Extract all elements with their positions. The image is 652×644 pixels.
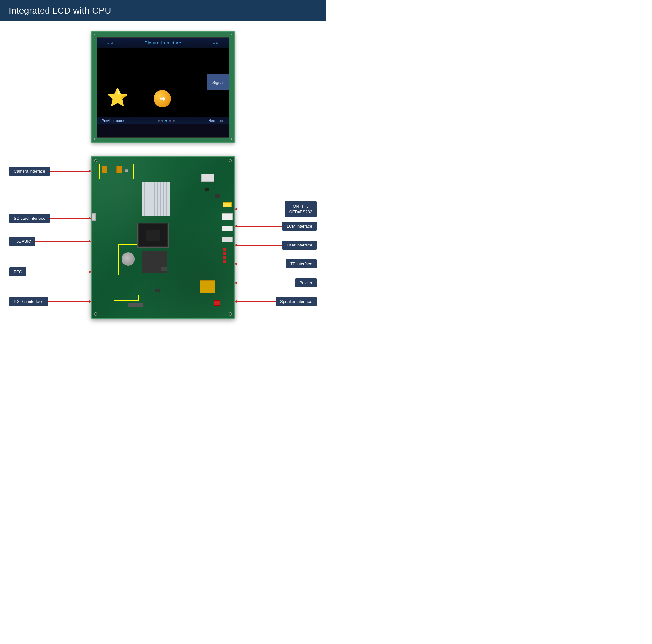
- label-pgt05: PGT05 interface: [9, 297, 91, 306]
- dot-3: [165, 120, 167, 121]
- buzzer-label: Buzzer: [295, 278, 317, 287]
- user-connector: [222, 226, 233, 231]
- user-label: User interface: [282, 241, 317, 250]
- next-page-button[interactable]: Next page: [209, 119, 224, 122]
- camera-line: [50, 171, 88, 172]
- signal-button[interactable]: Signal: [207, 75, 229, 90]
- page-title: Integrated LCD with CPU: [9, 6, 317, 16]
- camera-label: Camera interface: [9, 167, 50, 176]
- t5l-chip: [137, 223, 169, 248]
- page-dots: [158, 120, 174, 121]
- speaker-connector: [214, 301, 220, 306]
- tp-dot: [235, 263, 238, 265]
- corner-hole-tr: [229, 159, 232, 162]
- ic-small-3: [161, 267, 167, 271]
- lcd-device: Picture-in-picture ⭐ ➜ Signal Previous p…: [91, 31, 235, 143]
- star-icon: ⭐: [107, 87, 129, 107]
- component-array: [223, 248, 226, 263]
- rtc-label: RTC: [9, 267, 26, 276]
- lcd-section: Picture-in-picture ⭐ ➜ Signal Previous p…: [0, 31, 326, 143]
- lcd-screen: Picture-in-picture ⭐ ➜ Signal Previous p…: [97, 37, 229, 138]
- t5l-line: [35, 241, 88, 242]
- speaker-label: Speaker interface: [276, 297, 317, 306]
- user-dot: [235, 244, 238, 246]
- conn-tl-2: [116, 166, 122, 173]
- dot-4: [169, 120, 171, 121]
- buzzer-line: [238, 283, 295, 283]
- bottom-connector: [128, 303, 143, 307]
- lcd-content-area: ⭐ ➜ Signal: [97, 48, 229, 117]
- label-user: User interface: [235, 241, 317, 250]
- label-camera: Camera interface: [9, 167, 91, 176]
- label-rtc: RTC: [9, 267, 91, 276]
- sdcard-dot: [88, 217, 91, 220]
- pcb-board-wrapper: [91, 156, 235, 319]
- camera-dot: [88, 170, 91, 172]
- buzzer-component: [200, 280, 215, 293]
- label-ttl: ON=TTLOFF=RS232: [235, 201, 317, 217]
- rtc-dot: [88, 271, 91, 273]
- lcm-label: LCM interface: [282, 222, 317, 231]
- pcb-layout: Camera interface SD card interface T5L A…: [9, 156, 317, 332]
- label-lcm: LCM interface: [235, 222, 317, 231]
- pcb-section: Camera interface SD card interface T5L A…: [0, 156, 326, 344]
- conn-tl-1: [102, 166, 107, 173]
- speaker-line: [238, 302, 276, 302]
- white-connector-tr: [201, 174, 214, 182]
- lcm-line: [238, 226, 282, 227]
- ribbon-cable: [142, 182, 170, 216]
- label-buzzer: Buzzer: [235, 278, 317, 287]
- lcm-connector: [222, 213, 233, 220]
- lcd-screen-header: Picture-in-picture: [97, 38, 229, 48]
- sd-card-connector: [91, 213, 96, 221]
- small-comp-1: [125, 169, 128, 172]
- label-sdcard: SD card interface: [9, 214, 91, 223]
- dot-2: [161, 120, 163, 121]
- pgt05-dot: [88, 301, 91, 303]
- pgt05-line: [48, 302, 88, 302]
- t5l-dot: [88, 240, 91, 243]
- ttl-switch: [223, 202, 232, 207]
- ttl-dot: [235, 208, 238, 211]
- corner-hole-br: [229, 312, 232, 315]
- highlight-pgt05: [114, 295, 139, 301]
- tp-line: [238, 264, 286, 264]
- speaker-dot: [235, 301, 238, 303]
- ttl-label: ON=TTLOFF=RS232: [285, 201, 317, 217]
- lcm-dot: [235, 225, 238, 227]
- arrow-button[interactable]: ➜: [154, 90, 171, 107]
- prev-page-button[interactable]: Previous page: [102, 119, 124, 122]
- dot-5: [173, 120, 174, 121]
- label-t5l: T5L ASIC: [9, 237, 91, 246]
- pcb-board: [91, 156, 235, 319]
- screen-title: Picture-in-picture: [145, 40, 181, 45]
- t5l-label: T5L ASIC: [9, 237, 35, 246]
- rtc-line: [26, 272, 88, 272]
- corner-hole-tl: [94, 159, 97, 162]
- ttl-line: [238, 209, 285, 209]
- label-tp: TP interface: [235, 259, 317, 269]
- dot-1: [158, 120, 160, 121]
- tp-label: TP interface: [286, 259, 317, 269]
- sdcard-line: [50, 218, 88, 219]
- user-line: [238, 245, 282, 246]
- lcd-footer: Previous page Next page: [97, 117, 229, 124]
- sdcard-label: SD card interface: [9, 214, 50, 223]
- buzzer-dot: [235, 282, 238, 284]
- corner-hole-bl: [94, 312, 97, 315]
- ic-small-4: [155, 288, 160, 292]
- tp-connector: [222, 237, 233, 243]
- label-speaker: Speaker interface: [235, 297, 317, 306]
- pgt05-label: PGT05 interface: [9, 297, 48, 306]
- rtc-battery: [121, 252, 135, 265]
- ic-small-2: [206, 188, 209, 191]
- ic-small-1: [215, 194, 220, 197]
- page-header: Integrated LCD with CPU: [0, 0, 326, 21]
